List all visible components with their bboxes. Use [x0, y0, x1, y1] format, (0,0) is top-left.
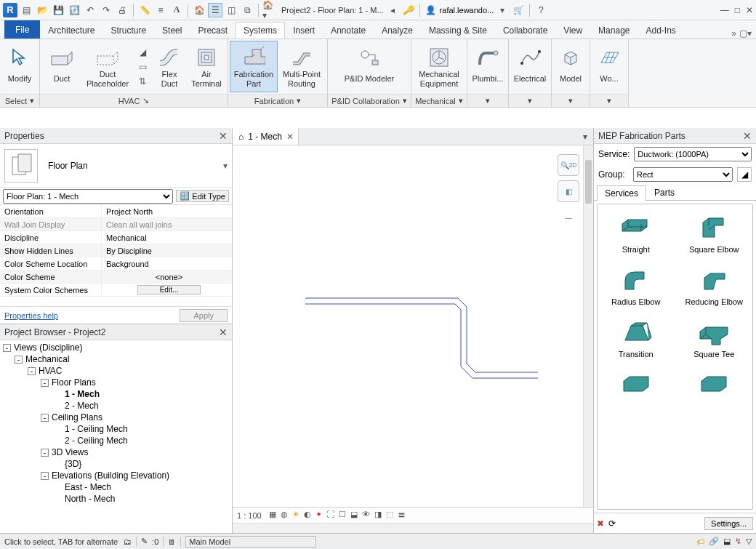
model-group-expand[interactable]: ▾ [552, 94, 590, 107]
property-value[interactable]: Project North [102, 205, 232, 217]
tree-node[interactable]: 1 - Ceiling Mech [1, 423, 230, 435]
view-tabs-menu-icon[interactable]: ▾ [577, 132, 593, 142]
mechanical-group-label[interactable]: Mechanical ▾ [411, 94, 467, 107]
close-hidden-icon[interactable]: ◫ [224, 3, 238, 17]
ribbon-tab-view[interactable]: View [555, 22, 590, 39]
lock-icon[interactable]: ⬓ [350, 510, 358, 521]
property-value[interactable]: Edit... [102, 284, 232, 296]
workplane-group-expand[interactable]: ▾ [590, 94, 628, 107]
status-zero[interactable]: :0 [152, 537, 158, 546]
user-name[interactable]: rafal.lewando... [440, 6, 494, 15]
ribbon-tab-file[interactable]: File [4, 20, 40, 39]
pid-modeler-button[interactable]: P&ID Modeler [329, 41, 409, 92]
fab-tab-parts[interactable]: Parts [646, 185, 683, 200]
apply-button[interactable]: Apply [180, 309, 228, 322]
group-select[interactable]: Rect [633, 167, 733, 182]
property-row[interactable]: Wall Join DisplayClean all wall joins [0, 218, 232, 231]
property-row[interactable]: Show Hidden LinesBy Discipline [0, 244, 232, 257]
property-value[interactable]: By Discipline [102, 244, 232, 257]
property-row[interactable]: Color Scheme LocationBackground [0, 257, 232, 271]
flex-duct-button[interactable]: Flex Duct [152, 41, 187, 92]
horizontal-scrollbar[interactable] [233, 523, 593, 533]
thin-lines-icon[interactable]: ☰ [208, 3, 222, 17]
tree-node[interactable]: -HVAC [1, 365, 230, 377]
service-select[interactable]: Ductwork: (1000PA) [634, 147, 752, 161]
properties-close-icon[interactable]: ✕ [219, 130, 228, 142]
nav-steering-icon[interactable]: ◧ [558, 180, 579, 202]
status-icon-1[interactable]: 🗂 [124, 537, 132, 546]
ribbon-tab-annotate[interactable]: Annotate [323, 22, 374, 39]
workset-selector[interactable]: Main Model [185, 536, 316, 548]
tree-node[interactable]: -Views (Discipline) [1, 342, 230, 353]
rendering-icon[interactable]: ✦ [315, 510, 322, 521]
detail-level-icon[interactable]: ▦ [269, 510, 276, 521]
help-icon[interactable]: ? [534, 3, 548, 17]
instance-selector[interactable]: Floor Plan: 1 - Mech [3, 189, 173, 204]
ribbon-overflow-icon[interactable]: » [731, 28, 736, 39]
air-terminal-button[interactable]: Air Terminal [187, 41, 226, 92]
tree-node[interactable]: 2 - Mech [1, 400, 230, 412]
reveal-icon[interactable]: ◨ [374, 510, 382, 521]
select-dropdown[interactable]: Select ▾ [0, 94, 39, 107]
tree-toggle-icon[interactable]: - [3, 344, 11, 352]
tree-node[interactable]: {3D} [1, 458, 230, 470]
nav-pan-icon[interactable]: — [558, 207, 579, 228]
save-all-icon[interactable]: ▤ [19, 3, 33, 17]
ribbon-tab-massing-site[interactable]: Massing & Site [421, 22, 495, 39]
view-tab[interactable]: ⌂ 1 - Mech ✕ [233, 128, 299, 145]
ribbon-collapse-icon[interactable]: ▢▾ [739, 28, 752, 39]
fabrication-part-button[interactable]: Fabrication Part [230, 41, 278, 92]
minimize-button[interactable]: — [720, 5, 729, 15]
model-button[interactable]: Model [553, 41, 588, 92]
close-tab-icon[interactable]: ✕ [286, 132, 294, 142]
tree-node[interactable]: -Floor Plans [1, 377, 230, 388]
ribbon-tab-systems[interactable]: Systems [236, 22, 285, 39]
user-dropdown-icon[interactable]: ▾ [495, 3, 510, 17]
property-value[interactable]: <none> [102, 271, 232, 283]
undo-icon[interactable]: ↶ [83, 3, 97, 17]
ribbon-tab-steel[interactable]: Steel [154, 22, 190, 39]
property-row[interactable]: System Color SchemesEdit... [0, 284, 232, 297]
fab-part-partial[interactable] [598, 364, 675, 404]
align-icon[interactable]: ≡ [153, 3, 168, 17]
ribbon-tab-analyze[interactable]: Analyze [374, 22, 421, 39]
sync-icon[interactable]: 🔃 [67, 3, 81, 17]
status-icon-2[interactable]: ✎ [141, 537, 148, 546]
measure-icon[interactable]: 📏 [137, 3, 152, 17]
property-row[interactable]: Color Scheme<none> [0, 271, 232, 284]
tree-node[interactable]: North - Mech [1, 493, 230, 505]
section-icon[interactable]: 🏠 [192, 3, 206, 17]
ribbon-tab-architecture[interactable]: Architecture [40, 22, 102, 39]
duct-fitting-icon[interactable]: ◢ [136, 46, 149, 59]
restore-button[interactable]: □ [735, 5, 740, 15]
analytical-icon[interactable]: ⬚ [386, 510, 393, 521]
plumbing-group-expand[interactable]: ▾ [467, 94, 508, 107]
project-browser-close-icon[interactable]: ✕ [219, 326, 228, 338]
vertical-scrollbar[interactable] [583, 145, 593, 507]
duct-placeholder-button[interactable]: Duct Placeholder [82, 41, 133, 92]
ribbon-tab-manage[interactable]: Manage [590, 22, 638, 39]
project-browser-tree[interactable]: -Views (Discipline)-Mechanical-HVAC-Floo… [0, 340, 232, 533]
convert-icon[interactable]: ⇅ [136, 75, 149, 88]
fabrication-close-icon[interactable]: ✕ [743, 130, 752, 142]
fab-part-straight[interactable]: Straight [598, 207, 675, 258]
fab-tab-services[interactable]: Services [597, 185, 646, 201]
ribbon-tab-precast[interactable]: Precast [190, 22, 236, 39]
status-icon-r4[interactable]: ↯ [735, 537, 741, 546]
save-icon[interactable]: 💾 [51, 3, 65, 17]
property-row[interactable]: DisciplineMechanical [0, 231, 232, 244]
workplane-button[interactable]: Wo... [592, 41, 627, 92]
type-dropdown-icon[interactable]: ▾ [223, 161, 228, 171]
status-icon-r5[interactable]: ▽ [746, 537, 752, 546]
tree-toggle-icon[interactable]: - [41, 449, 49, 457]
open-icon[interactable]: 📂 [35, 3, 49, 17]
group-icon[interactable]: ◢ [737, 167, 752, 182]
property-value[interactable]: Background [102, 257, 232, 270]
tree-node[interactable]: -Elevations (Building Elevation) [1, 470, 230, 481]
fab-foot-icon-2[interactable]: ⟳ [608, 518, 616, 529]
crop-icon[interactable]: ⛶ [326, 510, 334, 521]
search-icon[interactable]: 🔑 [401, 3, 416, 17]
sign-in-icon[interactable]: 👤 [424, 3, 438, 17]
tree-toggle-icon[interactable]: - [41, 472, 49, 480]
tree-node[interactable]: 2 - Ceiling Mech [1, 435, 230, 446]
